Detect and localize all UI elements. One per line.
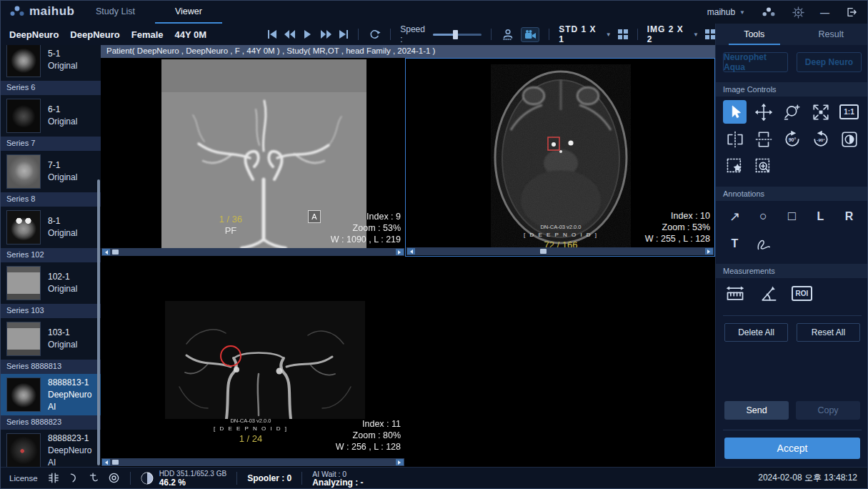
viewport-1[interactable]: A 1 / 36 PF Index : 9 Zoom : 53% W : 109… — [101, 58, 405, 257]
chevron-down-icon[interactable]: ▼ — [606, 31, 612, 38]
right-marker-button[interactable]: R — [837, 204, 861, 228]
scroll-left-button[interactable] — [102, 459, 110, 465]
zoom-tool-button[interactable] — [780, 100, 804, 124]
viewport1-scrollbar[interactable] — [101, 248, 404, 256]
send-button[interactable]: Send — [724, 401, 789, 420]
sidebar-scrollbar[interactable] — [97, 179, 100, 465]
scroll-thumb[interactable] — [540, 249, 547, 254]
viewport-3[interactable]: DN-CA-03 v2.0.0 [ D E E P N O I D ] 1 / … — [101, 257, 405, 469]
scroll-track[interactable] — [111, 459, 395, 465]
tab-tools[interactable]: Tools — [716, 24, 793, 45]
delete-all-button[interactable]: Delete All — [724, 323, 788, 342]
series-item[interactable]: 8-1 Original — [1, 207, 101, 248]
rotate-cw-button[interactable]: 90° — [780, 127, 804, 151]
speed-slider-handle[interactable] — [453, 30, 458, 39]
roi-tool-button[interactable]: ROI — [790, 282, 814, 305]
fast-forward-button[interactable] — [320, 29, 331, 40]
top-header: maihub Study List Viewer maihub ▼ — — [1, 1, 867, 24]
pan-tool-button[interactable] — [752, 100, 775, 124]
divider — [723, 315, 862, 316]
rotate-ccw-button[interactable]: -90° — [809, 127, 832, 151]
std-grid-layout-icon[interactable] — [618, 29, 628, 39]
region-zoom-button[interactable] — [752, 154, 775, 178]
series-group-header[interactable]: Series 7 — [1, 137, 101, 151]
series-item[interactable]: 5-1 Original — [1, 45, 101, 81]
software-version: DN-CA-03 v2.0.0 — [194, 417, 308, 425]
logout-icon[interactable] — [845, 6, 857, 18]
minimize-button[interactable]: — — [820, 7, 829, 18]
chevron-down-icon[interactable]: ▼ — [693, 31, 699, 38]
person-icon[interactable] — [501, 29, 514, 40]
neurophet-aqua-button[interactable]: Neurophet Aqua — [723, 52, 788, 72]
gear-icon[interactable] — [792, 6, 804, 19]
invert-button[interactable] — [837, 127, 861, 151]
ruler-tool-button[interactable] — [723, 282, 747, 305]
index-value: Index : 9 — [331, 211, 401, 222]
hdd-percent: 46.2 % — [159, 478, 227, 487]
series-group-header[interactable]: Series 8888823 — [1, 415, 101, 430]
copy-button[interactable]: Copy — [796, 401, 860, 420]
scroll-track[interactable] — [416, 248, 704, 255]
play-button[interactable] — [302, 29, 314, 40]
reset-all-button[interactable]: Reset All — [797, 323, 860, 342]
scroll-right-button[interactable] — [396, 459, 404, 465]
scroll-left-button[interactable] — [102, 249, 110, 255]
series-id: 102-1 — [48, 271, 77, 283]
series-item[interactable]: 102-1 Original — [1, 262, 101, 304]
viewport-2-active[interactable]: DN-CA-03 v2.0.0 [ D E E P N O I D ] 72 /… — [405, 58, 715, 257]
circle-annotation-button[interactable]: ○ — [752, 204, 775, 228]
series-group-header[interactable]: Series 6 — [1, 81, 101, 95]
left-marker-button[interactable]: L — [809, 204, 832, 228]
img-layout-selector[interactable]: IMG 2 X 2 — [647, 24, 687, 44]
square-annotation-button[interactable]: □ — [780, 204, 804, 228]
series-item[interactable]: 103-1 Original — [1, 318, 101, 360]
text-annotation-button[interactable]: T — [723, 232, 747, 255]
tab-viewer[interactable]: Viewer — [155, 1, 222, 24]
freehand-annotation-button[interactable] — [752, 232, 775, 255]
series-item-selected[interactable]: 8888813-1 DeepNeuro AI — [1, 374, 101, 415]
fit-to-screen-button[interactable] — [809, 100, 832, 124]
select-tool-button[interactable] — [723, 100, 747, 124]
series-item[interactable]: 7-1 Original — [1, 151, 101, 192]
viewport3-scrollbar[interactable] — [101, 458, 404, 466]
users-icon[interactable] — [761, 6, 777, 18]
cine-camera-button[interactable] — [521, 27, 539, 42]
scroll-track[interactable] — [111, 249, 395, 255]
rewind-button[interactable] — [284, 29, 296, 40]
last-frame-button[interactable] — [338, 29, 349, 40]
loop-icon[interactable] — [368, 29, 381, 40]
scroll-left-button[interactable] — [407, 248, 415, 255]
square-icon: □ — [788, 209, 796, 224]
flip-horizontal-button[interactable] — [723, 127, 747, 151]
std-layout-selector[interactable]: STD 1 X 1 — [559, 24, 599, 44]
scroll-right-button[interactable] — [705, 248, 713, 255]
annotation-marker[interactable]: A — [308, 210, 321, 223]
first-frame-button[interactable] — [266, 29, 278, 40]
frame-counter: 1 / 36 — [174, 214, 288, 225]
accept-button[interactable]: Accept — [724, 438, 860, 459]
series-group-header[interactable]: Series 8 — [1, 192, 101, 207]
scroll-thumb[interactable] — [112, 460, 119, 465]
series-thumbnail — [6, 210, 41, 244]
one-to-one-button[interactable]: 1:1 — [837, 100, 861, 124]
account-menu[interactable]: maihub ▼ — [707, 7, 745, 17]
series-item[interactable]: 6-1 Original — [1, 95, 101, 137]
tab-result[interactable]: Result — [793, 24, 868, 45]
speed-slider[interactable] — [433, 34, 482, 36]
region-window-level-button[interactable] — [723, 154, 747, 178]
flip-vertical-button[interactable] — [752, 127, 775, 151]
scroll-thumb[interactable] — [112, 250, 119, 255]
arrow-annotation-button[interactable]: ↗ — [723, 204, 747, 228]
hdd-capacity: HDD 351.1/652.3 GB — [159, 470, 227, 478]
series-group-header[interactable]: Series 103 — [1, 304, 101, 318]
angle-tool-button[interactable] — [757, 282, 780, 305]
tab-study-list[interactable]: Study List — [76, 1, 155, 24]
series-item[interactable]: 8888823-1 DeepNeuro AI — [1, 430, 101, 469]
img-grid-layout-icon[interactable] — [705, 29, 715, 39]
deep-neuro-button[interactable]: Deep Neuro — [797, 52, 862, 72]
datetime: 2024-02-08 오후 13:48:12 — [758, 472, 857, 484]
series-group-header[interactable]: Series 8888813 — [1, 360, 101, 374]
series-group-header[interactable]: Series 102 — [1, 248, 101, 262]
scroll-right-button[interactable] — [396, 249, 404, 255]
viewport2-scrollbar[interactable] — [406, 247, 714, 255]
